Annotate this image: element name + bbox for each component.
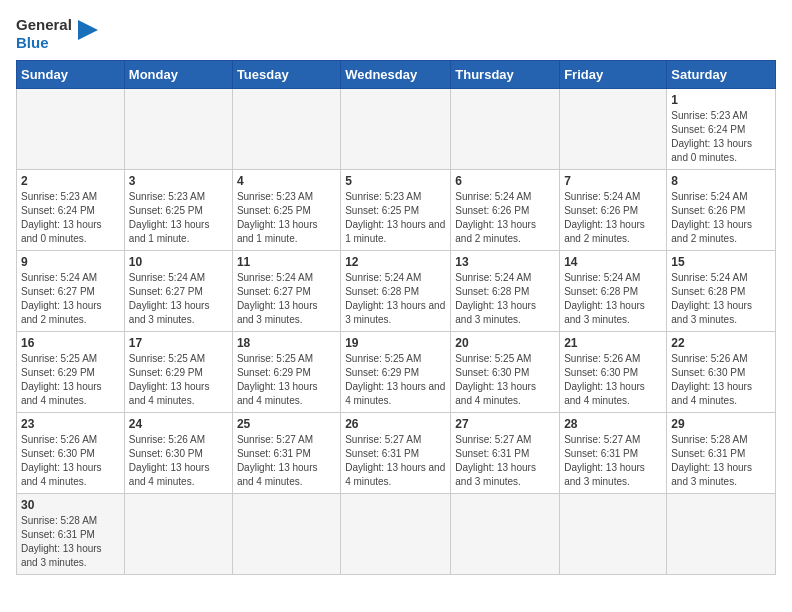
day-info: Sunrise: 5:25 AM Sunset: 6:30 PM Dayligh… xyxy=(455,352,555,408)
calendar-day-cell: 20Sunrise: 5:25 AM Sunset: 6:30 PM Dayli… xyxy=(451,332,560,413)
day-info: Sunrise: 5:25 AM Sunset: 6:29 PM Dayligh… xyxy=(237,352,336,408)
day-number: 2 xyxy=(21,174,120,188)
day-info: Sunrise: 5:27 AM Sunset: 6:31 PM Dayligh… xyxy=(455,433,555,489)
calendar-week-row: 2Sunrise: 5:23 AM Sunset: 6:24 PM Daylig… xyxy=(17,170,776,251)
day-info: Sunrise: 5:24 AM Sunset: 6:26 PM Dayligh… xyxy=(564,190,662,246)
day-of-week-header: Monday xyxy=(124,61,232,89)
calendar-day-cell: 25Sunrise: 5:27 AM Sunset: 6:31 PM Dayli… xyxy=(232,413,340,494)
calendar-day-cell: 21Sunrise: 5:26 AM Sunset: 6:30 PM Dayli… xyxy=(560,332,667,413)
day-number: 21 xyxy=(564,336,662,350)
day-number: 26 xyxy=(345,417,446,431)
day-number: 30 xyxy=(21,498,120,512)
day-number: 1 xyxy=(671,93,771,107)
day-number: 15 xyxy=(671,255,771,269)
calendar-table: SundayMondayTuesdayWednesdayThursdayFrid… xyxy=(16,60,776,575)
day-info: Sunrise: 5:25 AM Sunset: 6:29 PM Dayligh… xyxy=(21,352,120,408)
calendar-day-cell: 2Sunrise: 5:23 AM Sunset: 6:24 PM Daylig… xyxy=(17,170,125,251)
logo-text: General Blue xyxy=(16,16,72,52)
day-info: Sunrise: 5:24 AM Sunset: 6:27 PM Dayligh… xyxy=(237,271,336,327)
calendar-day-cell: 12Sunrise: 5:24 AM Sunset: 6:28 PM Dayli… xyxy=(341,251,451,332)
day-info: Sunrise: 5:26 AM Sunset: 6:30 PM Dayligh… xyxy=(129,433,228,489)
calendar-day-cell xyxy=(451,494,560,575)
calendar-day-cell: 13Sunrise: 5:24 AM Sunset: 6:28 PM Dayli… xyxy=(451,251,560,332)
logo-triangle-icon xyxy=(78,20,98,48)
day-number: 23 xyxy=(21,417,120,431)
calendar-day-cell: 29Sunrise: 5:28 AM Sunset: 6:31 PM Dayli… xyxy=(667,413,776,494)
day-info: Sunrise: 5:28 AM Sunset: 6:31 PM Dayligh… xyxy=(21,514,120,570)
day-of-week-header: Sunday xyxy=(17,61,125,89)
day-info: Sunrise: 5:25 AM Sunset: 6:29 PM Dayligh… xyxy=(345,352,446,408)
day-of-week-header: Wednesday xyxy=(341,61,451,89)
day-number: 25 xyxy=(237,417,336,431)
calendar-day-cell xyxy=(232,89,340,170)
calendar-day-cell: 30Sunrise: 5:28 AM Sunset: 6:31 PM Dayli… xyxy=(17,494,125,575)
day-number: 17 xyxy=(129,336,228,350)
day-info: Sunrise: 5:26 AM Sunset: 6:30 PM Dayligh… xyxy=(564,352,662,408)
day-number: 29 xyxy=(671,417,771,431)
day-info: Sunrise: 5:24 AM Sunset: 6:28 PM Dayligh… xyxy=(671,271,771,327)
calendar-week-row: 16Sunrise: 5:25 AM Sunset: 6:29 PM Dayli… xyxy=(17,332,776,413)
day-info: Sunrise: 5:23 AM Sunset: 6:25 PM Dayligh… xyxy=(237,190,336,246)
day-number: 9 xyxy=(21,255,120,269)
calendar-day-cell: 14Sunrise: 5:24 AM Sunset: 6:28 PM Dayli… xyxy=(560,251,667,332)
day-of-week-header: Tuesday xyxy=(232,61,340,89)
day-of-week-header: Thursday xyxy=(451,61,560,89)
day-number: 19 xyxy=(345,336,446,350)
day-info: Sunrise: 5:24 AM Sunset: 6:28 PM Dayligh… xyxy=(345,271,446,327)
calendar-week-row: 1Sunrise: 5:23 AM Sunset: 6:24 PM Daylig… xyxy=(17,89,776,170)
calendar-day-cell: 11Sunrise: 5:24 AM Sunset: 6:27 PM Dayli… xyxy=(232,251,340,332)
day-info: Sunrise: 5:24 AM Sunset: 6:26 PM Dayligh… xyxy=(455,190,555,246)
calendar-day-cell: 28Sunrise: 5:27 AM Sunset: 6:31 PM Dayli… xyxy=(560,413,667,494)
day-number: 24 xyxy=(129,417,228,431)
day-number: 27 xyxy=(455,417,555,431)
day-info: Sunrise: 5:23 AM Sunset: 6:25 PM Dayligh… xyxy=(129,190,228,246)
calendar-day-cell: 7Sunrise: 5:24 AM Sunset: 6:26 PM Daylig… xyxy=(560,170,667,251)
calendar-day-cell: 1Sunrise: 5:23 AM Sunset: 6:24 PM Daylig… xyxy=(667,89,776,170)
calendar-day-cell xyxy=(667,494,776,575)
day-number: 28 xyxy=(564,417,662,431)
day-of-week-header: Friday xyxy=(560,61,667,89)
calendar-day-cell xyxy=(560,89,667,170)
day-info: Sunrise: 5:27 AM Sunset: 6:31 PM Dayligh… xyxy=(345,433,446,489)
calendar-day-cell xyxy=(451,89,560,170)
calendar-day-cell: 24Sunrise: 5:26 AM Sunset: 6:30 PM Dayli… xyxy=(124,413,232,494)
calendar-day-cell xyxy=(232,494,340,575)
day-number: 12 xyxy=(345,255,446,269)
day-info: Sunrise: 5:26 AM Sunset: 6:30 PM Dayligh… xyxy=(671,352,771,408)
calendar-week-row: 9Sunrise: 5:24 AM Sunset: 6:27 PM Daylig… xyxy=(17,251,776,332)
calendar-day-cell: 9Sunrise: 5:24 AM Sunset: 6:27 PM Daylig… xyxy=(17,251,125,332)
day-info: Sunrise: 5:23 AM Sunset: 6:24 PM Dayligh… xyxy=(21,190,120,246)
calendar-day-cell: 6Sunrise: 5:24 AM Sunset: 6:26 PM Daylig… xyxy=(451,170,560,251)
calendar-day-cell: 23Sunrise: 5:26 AM Sunset: 6:30 PM Dayli… xyxy=(17,413,125,494)
calendar-day-cell xyxy=(341,494,451,575)
day-info: Sunrise: 5:24 AM Sunset: 6:27 PM Dayligh… xyxy=(21,271,120,327)
calendar-day-cell: 10Sunrise: 5:24 AM Sunset: 6:27 PM Dayli… xyxy=(124,251,232,332)
calendar-day-cell: 27Sunrise: 5:27 AM Sunset: 6:31 PM Dayli… xyxy=(451,413,560,494)
day-number: 20 xyxy=(455,336,555,350)
calendar-day-cell: 18Sunrise: 5:25 AM Sunset: 6:29 PM Dayli… xyxy=(232,332,340,413)
day-info: Sunrise: 5:23 AM Sunset: 6:24 PM Dayligh… xyxy=(671,109,771,165)
calendar-day-cell xyxy=(17,89,125,170)
day-number: 10 xyxy=(129,255,228,269)
day-number: 7 xyxy=(564,174,662,188)
day-info: Sunrise: 5:27 AM Sunset: 6:31 PM Dayligh… xyxy=(237,433,336,489)
svg-marker-0 xyxy=(78,20,98,40)
day-info: Sunrise: 5:24 AM Sunset: 6:28 PM Dayligh… xyxy=(564,271,662,327)
day-number: 14 xyxy=(564,255,662,269)
day-info: Sunrise: 5:25 AM Sunset: 6:29 PM Dayligh… xyxy=(129,352,228,408)
logo: General Blue xyxy=(16,16,98,52)
calendar-day-cell: 5Sunrise: 5:23 AM Sunset: 6:25 PM Daylig… xyxy=(341,170,451,251)
calendar-week-row: 23Sunrise: 5:26 AM Sunset: 6:30 PM Dayli… xyxy=(17,413,776,494)
calendar-week-row: 30Sunrise: 5:28 AM Sunset: 6:31 PM Dayli… xyxy=(17,494,776,575)
day-number: 13 xyxy=(455,255,555,269)
calendar-day-cell: 17Sunrise: 5:25 AM Sunset: 6:29 PM Dayli… xyxy=(124,332,232,413)
calendar-day-cell: 3Sunrise: 5:23 AM Sunset: 6:25 PM Daylig… xyxy=(124,170,232,251)
calendar-day-cell: 8Sunrise: 5:24 AM Sunset: 6:26 PM Daylig… xyxy=(667,170,776,251)
calendar-header-row: SundayMondayTuesdayWednesdayThursdayFrid… xyxy=(17,61,776,89)
day-number: 4 xyxy=(237,174,336,188)
calendar-day-cell: 16Sunrise: 5:25 AM Sunset: 6:29 PM Dayli… xyxy=(17,332,125,413)
calendar-day-cell xyxy=(341,89,451,170)
day-number: 11 xyxy=(237,255,336,269)
day-info: Sunrise: 5:26 AM Sunset: 6:30 PM Dayligh… xyxy=(21,433,120,489)
day-number: 5 xyxy=(345,174,446,188)
